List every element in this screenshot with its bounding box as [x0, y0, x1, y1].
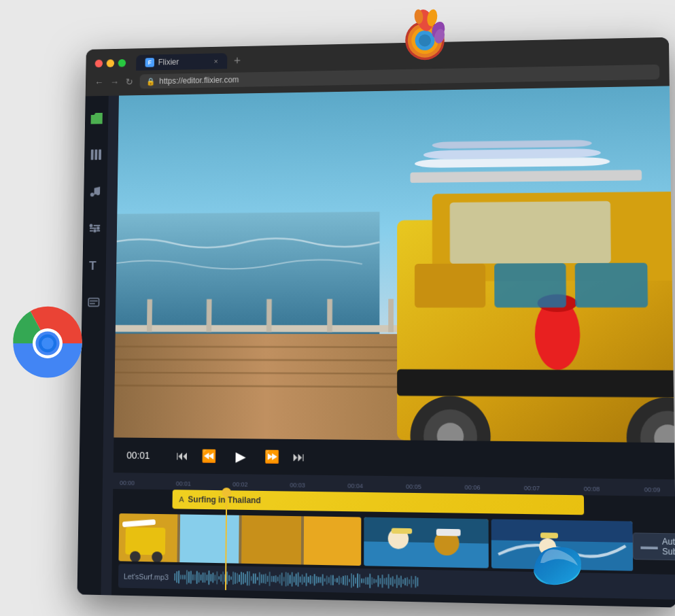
svg-rect-69: [388, 299, 394, 332]
media-thumb-2[interactable]: [112, 150, 113, 196]
video-preview: [114, 86, 675, 443]
playhead-handle[interactable]: [222, 487, 231, 497]
wave-bar: [307, 577, 309, 583]
media-thumb-4[interactable]: [111, 250, 111, 296]
svg-rect-42: [111, 226, 112, 247]
wave-bar: [379, 578, 381, 584]
svg-rect-91: [179, 514, 239, 563]
sidebar-item-subtitles[interactable]: [82, 290, 105, 314]
wave-bar: [330, 575, 331, 585]
wave-bar: [353, 575, 354, 587]
ruler-7: 00:07: [524, 485, 584, 492]
wave-bar: [297, 572, 298, 587]
video-clip-2[interactable]: [364, 517, 489, 568]
close-traffic-light[interactable]: [95, 60, 103, 68]
video-subtitle-row: ▬▬ Auto Subtitle: [118, 513, 675, 572]
ruler-0: 00:00: [120, 479, 176, 487]
firefox-logo: [394, 7, 455, 68]
wave-bar: [381, 575, 383, 588]
maximize-traffic-light[interactable]: [118, 59, 126, 67]
media-thumb-6[interactable]: [109, 352, 110, 398]
wave-bar: [348, 579, 349, 582]
sidebar-item-audio[interactable]: [84, 179, 107, 203]
lock-icon: 🔒: [146, 77, 156, 86]
wave-bar: [275, 575, 276, 583]
svg-rect-15: [91, 150, 94, 160]
forward-btn[interactable]: →: [110, 77, 119, 88]
wave-bar: [383, 578, 385, 585]
wave-bar: [248, 571, 249, 586]
svg-rect-36: [112, 150, 113, 196]
minimize-traffic-light[interactable]: [107, 59, 115, 67]
wave-bar: [242, 572, 243, 584]
wave-bar: [334, 578, 335, 582]
wave-bar: [236, 573, 237, 584]
svg-rect-72: [450, 201, 611, 264]
sidebar-item-library[interactable]: [84, 143, 108, 167]
svg-rect-65: [147, 299, 152, 332]
wave-bar: [228, 575, 230, 581]
wave-bar: [363, 579, 364, 583]
browser-tab-flixier[interactable]: F Flixier ×: [136, 53, 227, 71]
wave-bar: [186, 570, 187, 584]
media-thumb-1[interactable]: [113, 101, 114, 146]
refresh-btn[interactable]: ↻: [126, 76, 134, 87]
rewind-btn[interactable]: ⏪: [201, 449, 216, 464]
sidebar-item-text[interactable]: T: [82, 253, 106, 277]
wave-bar: [246, 571, 247, 586]
wave-bar: [303, 577, 305, 583]
media-thumb-5[interactable]: [110, 301, 111, 348]
wave-bar: [273, 576, 274, 582]
wave-bar: [328, 577, 329, 583]
tab-close-btn[interactable]: ×: [214, 57, 218, 65]
wave-bar: [385, 577, 387, 585]
wave-bar: [411, 576, 412, 587]
svg-text:T: T: [89, 259, 97, 271]
wave-bar: [269, 572, 270, 586]
wave-bar: [188, 571, 189, 583]
wave-bar: [390, 577, 391, 585]
back-btn[interactable]: ←: [94, 77, 103, 88]
svg-rect-66: [207, 299, 212, 332]
traffic-lights: [95, 59, 126, 67]
wave-bar: [258, 572, 260, 585]
wave-bar: [250, 577, 252, 581]
sidebar-item-media[interactable]: [85, 106, 109, 130]
wave-bar: [293, 577, 294, 583]
wave-bar: [218, 576, 220, 579]
wave-bar: [271, 576, 272, 583]
sidebar-item-effects[interactable]: [83, 216, 107, 240]
fast-forward-btn[interactable]: ⏩: [264, 449, 279, 464]
new-tab-btn[interactable]: +: [230, 54, 245, 68]
wave-bar: [238, 575, 239, 582]
wave-bar: [319, 577, 321, 583]
wave-bar: [406, 577, 408, 587]
svg-rect-68: [327, 299, 332, 332]
svg-rect-29: [113, 101, 114, 146]
svg-rect-103: [436, 529, 461, 536]
svg-point-14: [41, 337, 54, 349]
subtitle-auto-label: Auto Subtitle: [662, 536, 675, 557]
skip-back-btn[interactable]: ⏮: [176, 449, 188, 463]
wave-bar: [322, 574, 323, 585]
wave-bar: [299, 577, 300, 583]
ruler-3: 00:03: [290, 481, 347, 489]
wave-bar: [214, 575, 215, 581]
media-thumb-3[interactable]: [111, 201, 112, 247]
wave-bar: [371, 577, 373, 585]
subtitle-auto-badge[interactable]: ▬▬ Auto Subtitle: [633, 532, 675, 560]
play-btn[interactable]: ▶: [230, 445, 252, 467]
wave-bar: [230, 576, 232, 580]
wave-bar: [260, 575, 262, 583]
ruler-2: 00:02: [232, 481, 290, 488]
wave-bar: [369, 574, 370, 589]
wave-bar: [291, 572, 292, 587]
svg-rect-93: [304, 516, 362, 566]
wave-bar: [198, 572, 199, 583]
wave-bar: [326, 576, 327, 585]
wave-bar: [254, 573, 256, 584]
skip-forward-btn[interactable]: ⏭: [293, 450, 305, 464]
video-clip-1[interactable]: [118, 513, 361, 566]
wave-bar: [212, 572, 213, 583]
svg-rect-50: [110, 301, 111, 348]
